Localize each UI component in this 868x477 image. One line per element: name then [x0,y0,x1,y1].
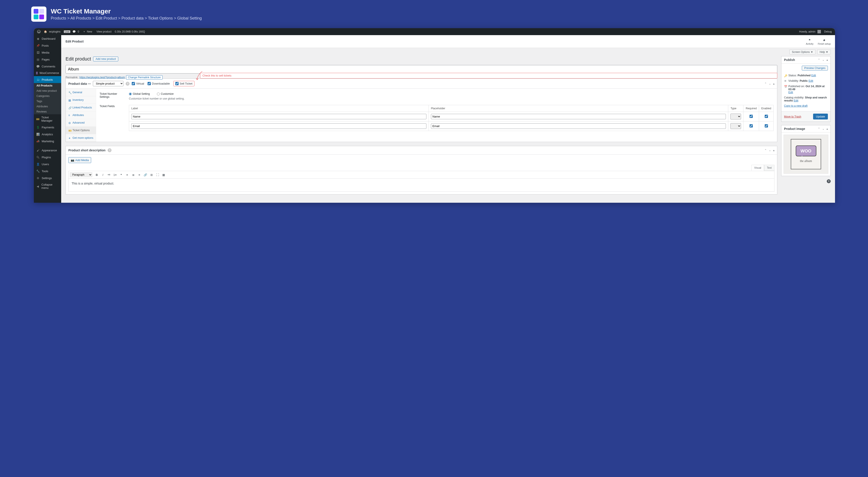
product-type-select[interactable]: Simple product [93,81,123,86]
sidebar-dashboard[interactable]: ◉Dashboard [34,35,61,42]
update-button[interactable]: Update [813,114,828,120]
text-tab[interactable]: Text [764,165,774,171]
tab-inventory[interactable]: ▦Inventory [66,96,96,104]
move-to-trash-link[interactable]: Move to Trash [784,115,801,118]
field-required-checkbox[interactable] [749,115,753,118]
triangle-up-icon[interactable]: ▴ [827,127,828,130]
sidebar-products[interactable]: 🗂Products [34,76,61,83]
triangle-up-icon[interactable]: ▴ [827,58,828,61]
field-enabled-checkbox[interactable] [765,115,768,118]
italic-button[interactable]: I [100,172,106,178]
field-placeholder-input[interactable] [431,123,726,129]
activity-button[interactable]: ⚑Activity [806,38,813,45]
field-label-input[interactable] [131,123,426,129]
field-label-input[interactable] [131,114,426,119]
wp-logo-icon[interactable] [36,30,42,33]
field-placeholder-input[interactable] [431,114,726,119]
edit-status-link[interactable]: Edit [811,74,816,77]
sidebar-appearance[interactable]: 🖌Appearance [34,147,61,154]
field-type-select[interactable]: Emai [731,123,741,129]
bold-button[interactable]: B [94,172,100,178]
help-icon[interactable]: ? [107,148,112,152]
triangle-up-icon[interactable]: ▴ [773,82,774,85]
editor-content[interactable]: This is a simple, virtual product. [68,179,774,192]
chevron-up-icon[interactable]: ⌃ [765,149,767,152]
sidebar-posts[interactable]: 📌Posts [34,42,61,49]
chevron-down-icon[interactable]: ⌄ [822,127,825,130]
help-icon[interactable]: ? [827,179,831,183]
edit-date-link[interactable]: Edit [788,91,793,94]
sidebar-plugins[interactable]: 🔌Plugins [34,154,61,161]
align-right-button[interactable]: ≡ [136,172,142,178]
align-left-button[interactable]: ≡ [124,172,130,178]
subnav-all-products[interactable]: All Products [34,83,61,88]
field-enabled-checkbox[interactable] [765,124,768,128]
insert-button[interactable]: ⊞ [149,172,154,178]
chevron-down-icon[interactable]: ⌄ [769,149,771,152]
visual-tab[interactable]: Visual [751,165,764,171]
virtual-checkbox[interactable]: Virtual [132,82,144,85]
bullet-list-button[interactable]: ⦁≡ [106,172,112,178]
sidebar-comments[interactable]: 💬Comments [34,63,61,70]
screen-options-button[interactable]: Screen Options ▼ [789,49,815,55]
edit-catalog-link[interactable]: Edit [794,99,798,102]
tab-advanced[interactable]: ⚙Advanced [66,119,96,127]
radio-global-setting[interactable]: Global Setting [129,92,154,95]
view-product-link[interactable]: View product [95,30,113,33]
new-link[interactable]: + New [83,30,94,33]
site-link[interactable]: 🏠 wcplugins [43,30,63,33]
debug-link[interactable]: Debug [823,30,833,33]
sidebar-collapse[interactable]: ◀Collapse menu [34,181,61,191]
chevron-down-icon[interactable]: ⌄ [822,58,825,61]
chevron-up-icon[interactable]: ⌃ [818,127,820,130]
sidebar-media[interactable]: 🖼Media [34,49,61,56]
subnav-reviews[interactable]: Reviews [34,109,61,114]
howdy-user[interactable]: Howdy, admin [797,30,822,33]
fullscreen-button[interactable]: ⛶ [155,172,160,178]
finish-setup-button[interactable]: ◕Finish setup [818,38,831,45]
chevron-up-icon[interactable]: ⌃ [818,58,820,61]
subnav-categories[interactable]: Categories [34,94,61,99]
tab-linked[interactable]: 🔗Linked Products [66,104,96,111]
quote-button[interactable]: ❝ [118,172,124,178]
toolbar-toggle-button[interactable]: ▦ [161,172,166,178]
tab-get-more[interactable]: ✦Get more options [66,134,96,142]
chevron-down-icon[interactable]: ⌄ [769,82,771,85]
radio-customize[interactable]: Customize [157,92,182,95]
subnav-attributes[interactable]: Attributes [34,104,61,109]
sidebar-pages[interactable]: ▤Pages [34,56,61,63]
field-required-checkbox[interactable] [749,124,753,128]
sidebar-woocommerce[interactable]: WWooCommerce [34,70,61,76]
edit-visibility-link[interactable]: Edit [809,79,813,82]
align-center-button[interactable]: ≣ [130,172,136,178]
copy-draft-link[interactable]: Copy to a new draft [784,104,828,107]
help-icon[interactable]: ? [126,82,129,86]
sidebar-analytics[interactable]: 📊Analytics [34,131,61,138]
add-media-button[interactable]: 📷Add Media [68,157,91,163]
subnav-add-new[interactable]: Add new product [34,88,61,94]
tab-attributes[interactable]: ≡Attributes [66,111,96,119]
field-type-select[interactable]: Text [731,114,741,120]
downloadable-checkbox[interactable]: Downloadable [148,82,170,85]
sidebar-settings[interactable]: ⚙Settings [34,174,61,181]
sidebar-ticket-manager[interactable]: 🎫Ticket Manager [34,114,61,124]
link-button[interactable]: 🔗 [143,172,148,178]
add-new-product-button[interactable]: Add new product [93,57,118,61]
product-title-input[interactable] [65,65,777,73]
triangle-up-icon[interactable]: ▴ [773,149,774,152]
tab-ticket-options[interactable]: 🎫Ticket Options [66,127,96,134]
subnav-tags[interactable]: Tags [34,99,61,104]
chevron-up-icon[interactable]: ⌃ [765,82,767,85]
sidebar-payments[interactable]: 💲Payments [34,124,61,131]
preview-changes-button[interactable]: Preview Changes [802,66,828,70]
product-image-thumbnail[interactable]: WOO the album [783,135,828,174]
sell-ticket-checkbox[interactable]: Sell Ticket [174,81,194,86]
sidebar-marketing[interactable]: 📣Marketing [34,138,61,145]
comments-link[interactable]: 💬 0 [71,30,82,33]
sidebar-users[interactable]: 👤Users [34,161,61,168]
number-list-button[interactable]: 1≡ [112,172,118,178]
sidebar-tools[interactable]: 🔧Tools [34,168,61,174]
help-button[interactable]: Help ▼ [817,49,831,55]
paragraph-select[interactable]: Paragraph [70,172,92,177]
tab-general[interactable]: 🔧General [66,89,96,96]
